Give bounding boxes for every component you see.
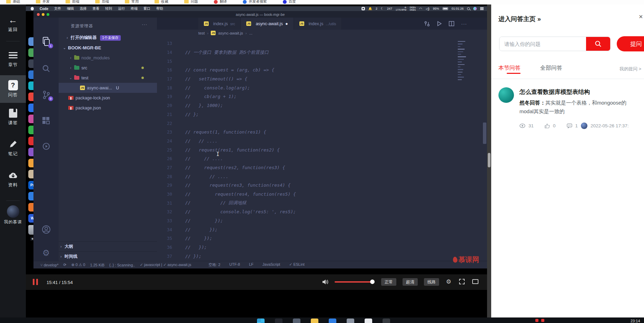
more-actions-icon[interactable]: ···	[142, 22, 147, 27]
windows-start-icon[interactable]	[257, 319, 265, 323]
my-questions-link[interactable]: 我的提问 >	[620, 66, 641, 72]
taskbar-app-icon[interactable]	[275, 319, 283, 323]
sidebar-item-notes[interactable]: 笔记	[0, 139, 26, 157]
bookmark-item[interactable]: 百度	[283, 0, 296, 4]
run-debug-icon[interactable]	[33, 142, 59, 151]
indent-indicator[interactable]: 空格: 2	[209, 262, 220, 267]
volume-knob[interactable]	[370, 280, 375, 284]
bookmark-item[interactable]: 前端	[66, 0, 79, 4]
breadcrumb[interactable]: test› JS async-await.js› ...	[198, 31, 252, 35]
profile-button[interactable]: 我的慕课	[0, 205, 26, 225]
bookmark-item[interactable]: 后端	[95, 0, 109, 4]
quality-button-线路[interactable]: 线路	[424, 278, 439, 286]
minimap[interactable]	[458, 41, 471, 82]
tree-item-package-lock-json[interactable]: package-lock.json	[59, 93, 157, 103]
mac-menu-帮助[interactable]: 帮助	[156, 6, 163, 11]
back-button[interactable]: ← 返回	[0, 15, 26, 33]
taskbar-app-icon[interactable]	[293, 319, 300, 323]
tree-open-editors[interactable]: ›打开的编辑器1个未保存	[59, 33, 157, 43]
search-icon[interactable]	[33, 64, 59, 73]
fullscreen-icon[interactable]	[459, 279, 465, 284]
question-title[interactable]: 怎么查看数据库模型表结构	[519, 88, 590, 96]
mac-menu-运行[interactable]: 运行	[118, 6, 125, 11]
player-settings-icon[interactable]: ⚙	[446, 278, 451, 285]
tree-item-package-json[interactable]: package.json	[59, 103, 157, 113]
mac-menu-查看[interactable]: 查看	[92, 6, 99, 11]
editor-tab-async-await.js[interactable]: JSasync-await.js●	[241, 18, 294, 30]
language-mode[interactable]: JavaScript	[262, 262, 280, 267]
sidebar-item-materials[interactable]: 资料	[0, 170, 26, 188]
mac-menu-窗口[interactable]: 窗口	[143, 6, 150, 11]
tab-section-qa[interactable]: 本节问答	[498, 65, 521, 72]
quality-button-超清[interactable]: 超清	[403, 278, 418, 286]
ask-question-button[interactable]: 提问	[617, 36, 644, 51]
outline-section[interactable]: ›大纲	[59, 241, 157, 251]
sidebar-item-chapters[interactable]: 章节	[0, 50, 26, 68]
video-player[interactable]: Code文件编辑选择查看转到运行终端窗口帮助 🔔2 ☾247 ✣1775 RPM…	[26, 4, 487, 317]
tree-item-test[interactable]: ⌄test	[59, 73, 157, 83]
lang-status[interactable]: ✓ javascript | ✓ async-await.js	[140, 263, 191, 267]
qa-search-button[interactable]	[586, 37, 610, 51]
tree-item-src[interactable]: ›src	[59, 63, 157, 73]
comments-icon[interactable]	[567, 124, 572, 128]
settings-gear-icon[interactable]: ⚙	[33, 248, 59, 258]
views-icon	[519, 124, 525, 128]
account-icon[interactable]	[33, 225, 59, 234]
editor-tab-index.js[interactable]: JSindex.jssrc	[198, 18, 241, 30]
problems-indicator[interactable]: ⊗ 0 ⚠ 0	[71, 263, 86, 267]
theater-mode-icon[interactable]	[472, 279, 478, 284]
eslint-status[interactable]: ✓ ESLint	[289, 262, 305, 267]
code-editor[interactable]: 1314// 一个接口 要拿到数据 跑5个前置接口1516// const re…	[157, 39, 457, 262]
qa-search-input[interactable]	[499, 37, 586, 51]
mac-menu-转到[interactable]: 转到	[105, 6, 112, 11]
branch-indicator[interactable]: ⑂ develop*	[40, 263, 58, 267]
volume-icon[interactable]	[322, 278, 329, 285]
question-avatar[interactable]	[498, 87, 514, 103]
sync-icon[interactable]: ⟳	[63, 263, 66, 267]
bookmark-item[interactable]: 基础	[6, 0, 20, 4]
page-scrollbar[interactable]	[487, 4, 491, 317]
tree-item-async-awai---[interactable]: JSasync-awai...U	[59, 83, 157, 93]
run-file-icon[interactable]	[437, 21, 442, 26]
bookmark-item[interactable]: 问题	[184, 0, 198, 4]
mac-menu-Code[interactable]: Code	[40, 7, 48, 11]
bookmark-item[interactable]: 翻译	[214, 0, 227, 4]
editor-tab-index.js[interactable]: JSindex.js.../utils	[294, 18, 342, 30]
taskbar-app-icon[interactable]	[383, 319, 390, 323]
close-icon[interactable]: ×	[639, 13, 643, 21]
sidebar-item-qa[interactable]: ?问答	[0, 75, 26, 103]
page-scrollbar-thumb[interactable]	[488, 153, 491, 167]
editor-scrollbar-thumb[interactable]	[483, 123, 486, 144]
eol-indicator[interactable]: LF	[249, 262, 254, 267]
mac-menu-终端[interactable]: 终端	[131, 6, 138, 11]
bookmark-item[interactable]: 开发者搜索	[243, 0, 267, 4]
mac-menu-文件[interactable]: 文件	[54, 6, 61, 11]
bookmark-item[interactable]: 开发	[36, 0, 50, 4]
pause-button[interactable]	[33, 279, 38, 285]
quality-button-正常[interactable]: 正常	[381, 278, 396, 286]
volume-slider[interactable]	[335, 281, 373, 283]
more-actions-icon[interactable]: ···	[461, 21, 467, 27]
extensions-icon[interactable]	[33, 116, 59, 125]
taskbar-app-icon[interactable]	[311, 319, 318, 323]
bookmark-item[interactable]: 常用	[125, 0, 139, 4]
tab-all-qa[interactable]: 全部问答	[540, 65, 562, 72]
encoding-indicator[interactable]: UTF-8	[229, 262, 240, 267]
compare-changes-icon[interactable]	[424, 21, 430, 27]
split-editor-icon[interactable]	[449, 21, 454, 26]
taskbar-app-icon[interactable]	[365, 319, 372, 323]
bookmark-item[interactable]: 收藏	[155, 0, 168, 4]
qa-home-link[interactable]: 进入问答主页 »	[498, 15, 541, 23]
source-control-icon[interactable]: 9	[33, 90, 59, 100]
likes-icon[interactable]	[545, 123, 550, 128]
tree-item-node-modules[interactable]: ›node_modules	[59, 53, 157, 63]
sidebar-item-tags[interactable]: 课签	[0, 108, 26, 126]
tree-project-root[interactable]: ⌄BOOK-MGR-BE	[59, 43, 157, 53]
mac-menu-编辑[interactable]: 编辑	[67, 6, 74, 11]
explorer-icon[interactable]: 1	[33, 37, 59, 47]
timeline-section[interactable]: ›时间线	[59, 251, 157, 261]
tray-icons[interactable]	[535, 319, 544, 322]
taskbar-app-icon[interactable]	[347, 319, 354, 323]
mac-menu-选择[interactable]: 选择	[80, 6, 87, 11]
taskbar-app-icon[interactable]	[329, 319, 336, 323]
